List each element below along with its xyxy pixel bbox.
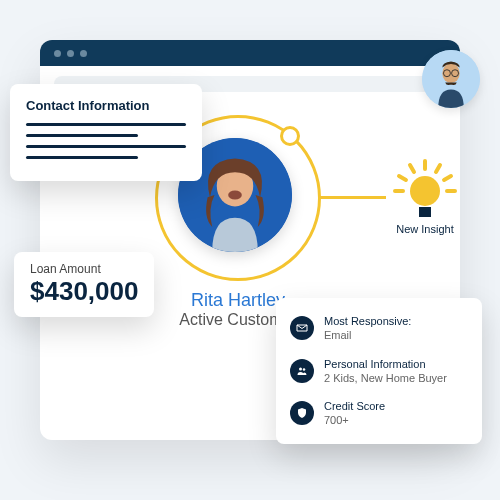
svg-point-2 (228, 190, 242, 199)
window-control-dot[interactable] (67, 50, 74, 57)
loan-amount-card[interactable]: Loan Amount $430,000 (14, 252, 154, 317)
insight-label: New Insight (390, 223, 460, 235)
detail-title: Personal Information (324, 357, 447, 371)
detail-row-personal: Personal Information 2 Kids, New Home Bu… (290, 357, 468, 386)
contact-info-card[interactable]: Contact Information (10, 84, 202, 181)
detail-value: 700+ (324, 413, 385, 427)
detail-row-credit: Credit Score 700+ (290, 399, 468, 428)
detail-title: Credit Score (324, 399, 385, 413)
detail-value: Email (324, 328, 411, 342)
lightbulb-icon (399, 165, 451, 217)
insight-connector (318, 196, 386, 199)
redacted-line (26, 145, 186, 148)
detail-value: 2 Kids, New Home Buyer (324, 371, 447, 385)
redacted-line (26, 156, 138, 159)
orbit-node (280, 126, 300, 146)
svg-point-7 (299, 367, 302, 370)
window-titlebar (40, 40, 460, 66)
redacted-line (26, 123, 186, 126)
customer-details-card[interactable]: Most Responsive: Email Personal Informat… (276, 298, 482, 444)
svg-point-4 (442, 63, 459, 83)
shield-icon (290, 401, 314, 425)
contact-card-title: Contact Information (26, 98, 186, 113)
svg-point-8 (303, 368, 306, 371)
agent-avatar[interactable] (422, 50, 480, 108)
detail-title: Most Responsive: (324, 314, 411, 328)
loan-amount: $430,000 (30, 276, 138, 307)
envelope-icon (290, 316, 314, 340)
detail-row-responsive: Most Responsive: Email (290, 314, 468, 343)
window-control-dot[interactable] (54, 50, 61, 57)
people-icon (290, 359, 314, 383)
loan-label: Loan Amount (30, 262, 138, 276)
insight-widget[interactable]: New Insight (390, 165, 460, 235)
window-control-dot[interactable] (80, 50, 87, 57)
redacted-line (26, 134, 138, 137)
